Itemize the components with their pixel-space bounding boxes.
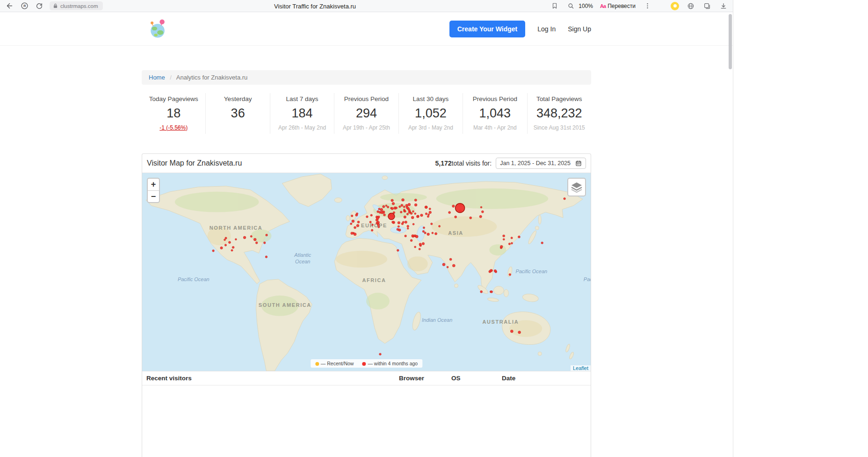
translate-button[interactable]: Аа Перевести (600, 3, 636, 9)
svg-text:NORTH AMERICA: NORTH AMERICA (210, 225, 263, 231)
map-title: Visitor Map for Znakisveta.ru (147, 159, 242, 167)
legend-recent: — Recent/Now (315, 361, 354, 366)
world-map-svg: NORTH AMERICASOUTH AMERICAEUROPEAFRICAAS… (142, 173, 591, 371)
date-range-input[interactable]: Jan 1, 2025 - Dec 31, 2025 (496, 158, 586, 169)
breadcrumb-current: Analytics for Znakisveta.ru (176, 74, 247, 81)
url-text: clustrmaps.com (60, 3, 98, 9)
back-icon[interactable] (5, 1, 14, 11)
refresh-icon[interactable] (35, 1, 44, 11)
browser-window: Я clustrmaps.com Visitor Traffic for Zna… (0, 0, 733, 457)
col-os: OS (451, 375, 502, 382)
kebab-menu-icon[interactable] (643, 1, 652, 11)
breadcrumb-separator: / (170, 74, 172, 81)
legend-old: — within 4 months ago (362, 361, 418, 366)
map-zoom-out-button[interactable]: − (148, 190, 159, 202)
breadcrumb-home-link[interactable]: Home (149, 74, 165, 81)
svg-text:Indian Ocean: Indian Ocean (422, 317, 452, 323)
layers-icon (571, 181, 583, 193)
bookmark-icon[interactable] (550, 1, 559, 11)
tab-title: Visitor Traffic for Znakisveta.ru (274, 2, 356, 9)
svg-text:AUSTRALIA: AUSTRALIA (483, 319, 519, 325)
old-dot-icon (362, 362, 366, 366)
col-recent-visitors: Recent visitors (146, 375, 399, 382)
stat-previous-period-month: Previous Period 1,043 Mar 4th - Apr 2nd (463, 93, 527, 134)
col-browser: Browser (399, 375, 451, 382)
total-visits: 5,172 total visits for: Jan 1, 2025 - De… (435, 158, 586, 169)
site-header: Create Your Widget Log In Sign Up (0, 12, 733, 46)
stat-last-7-days: Last 7 days 184 Apr 26th - May 2nd (270, 93, 334, 134)
desktop: Я clustrmaps.com Visitor Traffic for Zna… (0, 0, 868, 457)
breadcrumb: Home / Analytics for Znakisveta.ru (142, 70, 591, 85)
svg-text:Pacific Ocean: Pacific Ocean (178, 276, 210, 282)
stat-today-pageviews: Today Pageviews 18 -1 (-5.56%) (142, 93, 206, 134)
browser-chrome: Я clustrmaps.com Visitor Traffic for Zna… (0, 0, 733, 12)
scrollbar-thumb[interactable] (729, 14, 732, 69)
calendar-icon (575, 160, 582, 167)
stat-previous-period-week: Previous Period 294 Apr 19th - Apr 25th (334, 93, 398, 134)
header-nav: Create Your Widget Log In Sign Up (449, 21, 591, 37)
recent-visitors-table-header: Recent visitors Browser OS Date (142, 371, 591, 385)
svg-text:Atlantic: Atlantic (294, 252, 311, 258)
svg-text:AFRICA: AFRICA (362, 277, 386, 283)
recent-dot-icon (315, 362, 319, 366)
svg-text:EUROPE: EUROPE (361, 223, 387, 228)
svg-text:Я: Я (23, 4, 25, 8)
stat-delta: -1 (-5.56%) (144, 124, 203, 131)
stat-yesterday: Yesterday 36 (206, 93, 270, 134)
svg-text:Pacific Ocean: Pacific Ocean (515, 268, 547, 274)
svg-text:Pacific: Pacific (584, 276, 591, 282)
visitor-map-card: Visitor Map for Znakisveta.ru 5,172 tota… (142, 153, 591, 457)
page-zoom-level: 100% (579, 3, 593, 9)
col-date: Date (502, 375, 586, 382)
svg-text:Ocean: Ocean (295, 259, 310, 264)
clustrmaps-logo[interactable] (148, 18, 168, 40)
signup-link[interactable]: Sign Up (568, 25, 591, 33)
lock-icon (53, 3, 58, 8)
address-bar[interactable]: clustrmaps.com (50, 1, 103, 10)
globe-icon[interactable] (686, 1, 695, 11)
translate-icon: Аа (600, 3, 606, 9)
alice-assistant-icon[interactable] (671, 2, 679, 10)
create-widget-button[interactable]: Create Your Widget (449, 21, 526, 37)
total-visits-count: 5,172 (435, 160, 452, 167)
yandex-browser-icon[interactable]: Я (20, 1, 29, 11)
map-layers-control[interactable] (567, 178, 586, 196)
date-range-value: Jan 1, 2025 - Dec 31, 2025 (500, 160, 571, 167)
collections-icon[interactable] (702, 1, 712, 11)
map-zoom-in-button[interactable]: + (148, 179, 159, 190)
login-link[interactable]: Log In (537, 25, 556, 33)
page-viewport: Create Your Widget Log In Sign Up Home /… (0, 12, 733, 457)
page-zoom-icon[interactable] (566, 1, 576, 11)
stat-last-30-days: Last 30 days 1,052 Apr 3rd - May 2nd (399, 93, 463, 134)
stat-total-pageviews: Total Pageviews 348,232 Since Aug 31st 2… (528, 93, 591, 134)
map-legend: — Recent/Now — within 4 months ago (311, 359, 422, 368)
downloads-icon[interactable] (719, 1, 728, 11)
chrome-toolbar-right: 100% Аа Перевести (550, 1, 728, 11)
scrollbar[interactable] (729, 13, 732, 456)
world-map[interactable]: NORTH AMERICASOUTH AMERICAEUROPEAFRICAAS… (142, 173, 591, 371)
map-zoom-control: + − (147, 178, 160, 203)
svg-text:ASIA: ASIA (448, 230, 463, 236)
svg-text:SOUTH AMERICA: SOUTH AMERICA (259, 302, 311, 307)
table-row-area (142, 385, 591, 457)
stats-row: Today Pageviews 18 -1 (-5.56%) Yesterday… (142, 93, 591, 134)
alice-core (673, 4, 677, 7)
leaflet-attribution-link[interactable]: Leaflet (571, 365, 591, 371)
map-card-header: Visitor Map for Znakisveta.ru 5,172 tota… (142, 154, 591, 173)
